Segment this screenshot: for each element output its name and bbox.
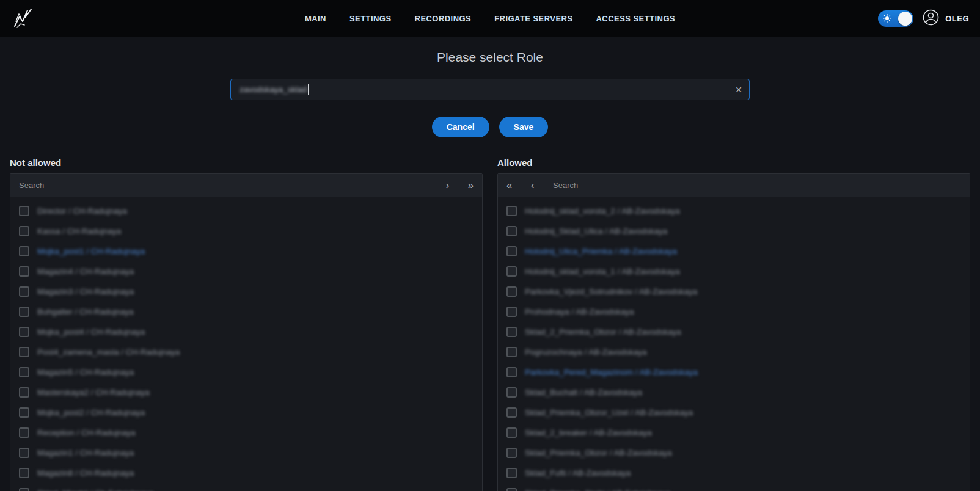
nav-link[interactable]: MAIN <box>305 14 326 23</box>
list-item[interactable]: Sklad_2_Priemka_Obzor / AB-Zavodskaya <box>498 322 970 342</box>
camera-label: Mojka_post4 / CH-Radujnaya <box>37 327 145 336</box>
list-item[interactable]: Sklad_Priemka_Obzor_Uzel / AB-Zavodskaya <box>498 402 970 423</box>
not-allowed-panel: › » Director / CH-Radujnaya Kassa / CH-R… <box>10 173 483 491</box>
list-item[interactable]: Sklad_Buchalt / AB-Zavodskaya <box>498 382 970 402</box>
item-checkbox[interactable] <box>506 367 517 377</box>
list-item[interactable]: Reception / CH-Radujnaya <box>10 423 482 443</box>
move-all-left-icon[interactable]: « <box>498 174 521 197</box>
clear-input-icon[interactable]: ✕ <box>735 85 742 94</box>
item-checkbox[interactable] <box>19 347 29 357</box>
theme-toggle[interactable] <box>878 10 913 27</box>
list-item[interactable]: Magazin4 / CH-Radujnaya <box>10 261 482 282</box>
list-item[interactable]: Masterskaya2 / CH-Radujnaya <box>10 382 482 402</box>
nav-link[interactable]: RECORDINGS <box>415 14 472 23</box>
role-name-input[interactable]: zavodskaya_sklad ✕ <box>230 79 750 100</box>
nav-link[interactable]: SETTINGS <box>349 14 392 23</box>
item-checkbox[interactable] <box>19 286 29 297</box>
item-checkbox[interactable] <box>19 266 29 277</box>
item-checkbox[interactable] <box>506 327 517 337</box>
not-allowed-search-input[interactable] <box>10 174 436 197</box>
list-item[interactable]: Magazin5 / CH-Radujnaya <box>10 362 482 382</box>
frigate-logo-icon <box>11 5 35 32</box>
item-checkbox[interactable] <box>19 468 29 478</box>
cancel-button[interactable]: Cancel <box>432 117 489 137</box>
camera-label: Sklad_Priemka_Stojki / AB-Fabrichnaya <box>525 489 671 491</box>
list-item[interactable]: Pogruzochnaya / AB-Zavodskaya <box>498 342 970 362</box>
camera-label: Post4_zamena_masla / CH-Radujnaya <box>37 347 180 357</box>
list-item[interactable]: Post4_zamena_masla / CH-Radujnaya <box>10 342 482 362</box>
list-item[interactable]: Kassa / CH-Radujnaya <box>10 221 482 241</box>
item-checkbox[interactable] <box>19 327 29 337</box>
item-checkbox[interactable] <box>19 488 29 491</box>
item-checkbox[interactable] <box>506 347 517 357</box>
allowed-search-input[interactable] <box>544 174 970 197</box>
item-checkbox[interactable] <box>19 448 29 458</box>
camera-label: Magazin8 / CH-Radujnaya <box>37 468 134 478</box>
item-checkbox[interactable] <box>506 448 517 458</box>
camera-label: Buhgalter / CH-Radujnaya <box>37 307 134 316</box>
list-item[interactable]: Parkovka_Vjezd_Sotrudnikov / AB-Zavodska… <box>498 282 970 302</box>
item-checkbox[interactable] <box>506 246 517 256</box>
allowed-panel: « ‹ Holodnij_sklad_vorota_2 / AB-Zavodsk… <box>497 173 970 491</box>
username-label: OLEG <box>945 14 969 23</box>
list-item[interactable]: Mojka_post4 / CH-Radujnaya <box>10 322 482 342</box>
item-checkbox[interactable] <box>19 427 29 438</box>
item-checkbox[interactable] <box>506 407 517 418</box>
list-item[interactable]: Holodnij_Sklad_Ulica / AB-Zavodskaya <box>498 221 970 241</box>
nav-link[interactable]: FRIGATE SERVERS <box>494 14 572 23</box>
user-menu[interactable]: OLEG <box>923 9 969 28</box>
item-checkbox[interactable] <box>19 407 29 418</box>
camera-label: Prohodnaya / AB-Zavodskaya <box>525 307 634 316</box>
list-item[interactable]: Sklad_Mjagkij / Ch-Fabrichnaya <box>10 483 482 491</box>
item-checkbox[interactable] <box>19 307 29 317</box>
item-checkbox[interactable] <box>506 226 517 236</box>
list-item[interactable]: Buhgalter / CH-Radujnaya <box>10 302 482 322</box>
list-item[interactable]: Director / CH-Radujnaya <box>10 201 482 221</box>
camera-label: Parkovka_Pered_Magazinom / AB-Zavodskaya <box>525 368 698 377</box>
item-checkbox[interactable] <box>506 468 517 478</box>
item-checkbox[interactable] <box>506 206 517 216</box>
move-selected-left-icon[interactable]: ‹ <box>521 174 544 197</box>
list-item[interactable]: Magazin1 / CH-Radujnaya <box>10 443 482 463</box>
item-checkbox[interactable] <box>506 427 517 438</box>
camera-label: Holodnij_sklad_vorota_2 / AB-Zavodskaya <box>525 206 680 216</box>
item-checkbox[interactable] <box>506 387 517 398</box>
user-avatar-icon <box>923 9 939 28</box>
list-item[interactable]: Magazin8 / CH-Radujnaya <box>10 463 482 483</box>
main-nav: MAIN SETTINGS RECORDINGS FRIGATE SERVERS… <box>145 14 835 23</box>
list-item[interactable]: Mojka_post1 / CH-Radujnaya <box>10 241 482 261</box>
list-item[interactable]: Sklad_Priemka_Obzor / AB-Zavodskaya <box>498 443 970 463</box>
item-checkbox[interactable] <box>19 246 29 256</box>
list-item[interactable]: Magazin3 / CH-Radujnaya <box>10 282 482 302</box>
item-checkbox[interactable] <box>19 206 29 216</box>
text-caret <box>308 84 309 95</box>
camera-label: Sklad_Buchalt / AB-Zavodskaya <box>525 388 642 397</box>
list-item[interactable]: Sklad_Fufti / AB-Zavodskaya <box>498 463 970 483</box>
save-button[interactable]: Save <box>499 117 549 137</box>
item-checkbox[interactable] <box>506 266 517 277</box>
item-checkbox[interactable] <box>19 387 29 398</box>
list-item[interactable]: Holodnij_Ulica_Priemka / AB-Zavodskaya <box>498 241 970 261</box>
camera-label: Holodnij_Sklad_Ulica / AB-Zavodskaya <box>525 227 667 236</box>
item-checkbox[interactable] <box>506 286 517 297</box>
item-checkbox[interactable] <box>19 226 29 236</box>
camera-label: Holodnij_sklad_vorota_1 / AB-Zavodskaya <box>525 267 680 276</box>
list-item[interactable]: Mojka_post2 / CH-Radujnaya <box>10 402 482 423</box>
list-item[interactable]: Sklad_Priemka_Stojki / AB-Fabrichnaya <box>498 483 970 491</box>
list-item[interactable]: Sklad_2_breaker / AB-Zavodskaya <box>498 423 970 443</box>
move-all-right-icon[interactable]: » <box>459 174 482 197</box>
move-selected-right-icon[interactable]: › <box>436 174 459 197</box>
item-checkbox[interactable] <box>506 307 517 317</box>
role-name-value: zavodskaya_sklad <box>240 85 307 94</box>
item-checkbox[interactable] <box>19 367 29 377</box>
list-item[interactable]: Holodnij_sklad_vorota_2 / AB-Zavodskaya <box>498 201 970 221</box>
item-checkbox[interactable] <box>506 488 517 491</box>
page-title: Please select Role <box>0 50 980 65</box>
camera-label: Magazin5 / CH-Radujnaya <box>37 368 134 377</box>
list-item[interactable]: Parkovka_Pered_Magazinom / AB-Zavodskaya <box>498 362 970 382</box>
camera-label: Sklad_Fufti / AB-Zavodskaya <box>525 468 631 478</box>
list-item[interactable]: Holodnij_sklad_vorota_1 / AB-Zavodskaya <box>498 261 970 282</box>
list-item[interactable]: Prohodnaya / AB-Zavodskaya <box>498 302 970 322</box>
nav-link[interactable]: ACCESS SETTINGS <box>596 14 676 23</box>
camera-label: Director / CH-Radujnaya <box>37 206 127 216</box>
